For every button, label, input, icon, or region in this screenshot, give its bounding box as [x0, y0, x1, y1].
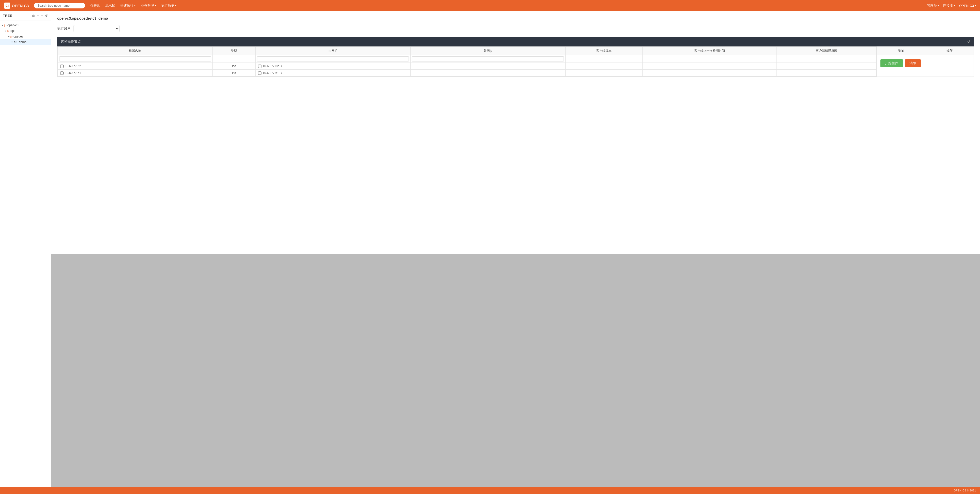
row-checkbox-1[interactable] [60, 65, 64, 68]
sidebar-title: TREE [3, 14, 12, 17]
table-left: 机器名称 类型 内网IP 外网ip 客户端版本 客户端上一次检测时间 客户端错误… [57, 46, 877, 76]
gray-area [51, 254, 980, 487]
nav-connector[interactable]: 连接器 ▾ [943, 3, 955, 8]
filter-machine-name[interactable] [59, 56, 211, 62]
nav-item-business[interactable]: 业务管理 ▾ [141, 3, 156, 8]
error-2 [776, 70, 876, 76]
tree-item-open-c3[interactable]: ▾ ▷ open-c3 [0, 22, 51, 28]
outer-ip-1 [410, 63, 565, 70]
client-ver-2 [565, 70, 643, 76]
sidebar-header: TREE ◎ + − ↺ [0, 11, 51, 21]
last-check-2 [643, 70, 776, 76]
last-check-1 [643, 63, 776, 70]
location-icon[interactable]: ◎ [32, 14, 35, 17]
info-icon[interactable]: ℹ [281, 72, 282, 75]
inner-ip-2: 10.60.77.61 [263, 71, 279, 75]
col-client-ver: 客户端版本 [565, 47, 643, 56]
table-row: 10.60.77.61 idc 10.60.77.61 ℹ [58, 70, 877, 76]
section-title: 选择操作节点 [61, 39, 81, 44]
tree-item-ops[interactable]: ▾ ▷ ops [0, 28, 51, 34]
table-row: 10.60.77.62 idc 10.60.77.62 ℹ [58, 63, 877, 70]
sidebar: TREE ◎ + − ↺ ▾ ▷ open-c3 ▾ ▷ ops ▾ ▷ [0, 11, 51, 487]
brand-logo: C3 [4, 3, 10, 9]
col-last-check: 客户端上一次检测时间 [643, 47, 776, 56]
tree-label: opsdev [14, 35, 24, 38]
machine-table: 机器名称 类型 内网IP 外网ip 客户端版本 客户端上一次检测时间 客户端错误… [57, 46, 877, 76]
info-icon[interactable]: ℹ [281, 65, 282, 68]
folder-icon: ▷ [7, 29, 10, 33]
content-inner: open-c3.ops.opsdev.c3_demo 执行账户 选择操作节点 ↺ [51, 11, 980, 254]
folder-icon: ▷ [11, 35, 13, 38]
table-right: 地址 操作 开始操作 清除 [877, 46, 974, 76]
nav-item-history[interactable]: 执行历史 ▾ [161, 3, 177, 8]
sidebar-icons: ◎ + − ↺ [32, 14, 48, 17]
type-1: idc [213, 63, 256, 70]
nav-open-c3[interactable]: OPEN-C3 ▾ [959, 4, 976, 8]
search-input[interactable] [34, 3, 85, 8]
col-address: 地址 [877, 46, 925, 55]
nav-item-dashboard[interactable]: 仪表盘 [90, 3, 100, 8]
col-outer-ip: 外网ip [410, 47, 565, 56]
chevron-down-icon: ▾ [5, 30, 6, 32]
account-select[interactable] [73, 25, 119, 32]
nav-items: 仪表盘 流水线 快速执行 ▾ 业务管理 ▾ 执行历史 ▾ [90, 3, 922, 8]
node-icon: ≡ [11, 41, 13, 44]
error-1 [776, 63, 876, 70]
tree-label: ops [11, 29, 15, 33]
folder-icon: ▷ [4, 24, 6, 27]
nav-admin[interactable]: 管理员 ▾ [927, 3, 939, 8]
right-header: 地址 操作 [877, 46, 974, 55]
main-layout: TREE ◎ + − ↺ ▾ ▷ open-c3 ▾ ▷ ops ▾ ▷ [0, 11, 980, 487]
machine-name-2: 10.60.77.61 [65, 71, 81, 75]
footer-text: OPEN-C3 © 2021 [953, 489, 976, 492]
start-button[interactable]: 开始操作 [880, 59, 903, 67]
row-checkbox-2[interactable] [60, 71, 64, 75]
client-ver-1 [565, 63, 643, 70]
chevron-down-icon: ▾ [134, 4, 135, 7]
section-refresh-icon[interactable]: ↺ [967, 40, 970, 44]
col-machine-name: 机器名称 [58, 47, 213, 56]
tree-label: c3_demo [14, 40, 26, 44]
brand-title: OPEN-C3 [12, 3, 29, 8]
minus-icon[interactable]: − [41, 14, 43, 17]
inner-ip-1: 10.60.77.62 [263, 64, 279, 68]
filter-inner-ip[interactable] [257, 56, 409, 62]
add-icon[interactable]: + [37, 14, 39, 17]
filter-row [58, 56, 877, 63]
table-container: 机器名称 类型 内网IP 外网ip 客户端版本 客户端上一次检测时间 客户端错误… [57, 46, 974, 77]
section-header: 选择操作节点 ↺ [57, 37, 974, 46]
content: open-c3.ops.opsdev.c3_demo 执行账户 选择操作节点 ↺ [51, 11, 980, 487]
top-nav: C3 OPEN-C3 仪表盘 流水线 快速执行 ▾ 业务管理 ▾ 执行历史 ▾ … [0, 0, 980, 11]
clear-button[interactable]: 清除 [905, 59, 921, 67]
col-error-reason: 客户端错误原因 [776, 47, 876, 56]
chevron-down-icon: ▾ [175, 4, 177, 7]
inner-ip-checkbox-1[interactable] [258, 65, 261, 68]
inner-ip-checkbox-2[interactable] [258, 71, 261, 75]
chevron-down-icon: ▾ [2, 24, 3, 27]
refresh-icon[interactable]: ↺ [45, 14, 48, 17]
nav-item-quick-exec[interactable]: 快速执行 ▾ [120, 3, 135, 8]
action-buttons: 开始操作 清除 [877, 55, 974, 71]
page-title: open-c3.ops.opsdev.c3_demo [57, 16, 974, 21]
tree-area: ▾ ▷ open-c3 ▾ ▷ ops ▾ ▷ opsdev ≡ c3_demo [0, 21, 51, 487]
chevron-down-icon: ▾ [938, 4, 939, 7]
chevron-down-icon: ▾ [8, 35, 10, 38]
col-inner-ip: 内网IP [255, 47, 410, 56]
nav-right: 管理员 ▾ 连接器 ▾ OPEN-C3 ▾ [927, 3, 976, 8]
nav-item-pipeline[interactable]: 流水线 [105, 3, 115, 8]
col-operation: 操作 [925, 46, 974, 55]
machine-name-1: 10.60.77.62 [65, 64, 81, 68]
tree-item-c3-demo[interactable]: ≡ c3_demo [0, 39, 51, 45]
chevron-down-icon: ▾ [954, 4, 955, 7]
col-type: 类型 [213, 47, 256, 56]
footer: OPEN-C3 © 2021 [0, 487, 980, 494]
brand: C3 OPEN-C3 [4, 3, 29, 9]
type-2: idc [213, 70, 256, 76]
select-node-section: 选择操作节点 ↺ 机器名称 类型 内网IP 外网ip [57, 37, 974, 77]
chevron-down-icon: ▾ [155, 4, 156, 7]
account-form-row: 执行账户 [57, 25, 974, 32]
chevron-down-icon: ▾ [975, 4, 976, 7]
tree-item-opsdev[interactable]: ▾ ▷ opsdev [0, 34, 51, 39]
account-label: 执行账户 [57, 26, 70, 31]
filter-outer-ip[interactable] [412, 56, 564, 62]
